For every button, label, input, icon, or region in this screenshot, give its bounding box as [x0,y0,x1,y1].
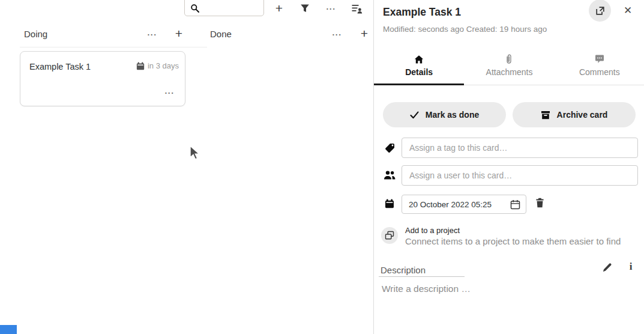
doing-column-separator [20,47,207,47]
panel-meta: Modified: seconds ago Created: 19 hours … [383,25,547,34]
info-icon: i [630,261,633,272]
assign-tag-input[interactable] [402,138,638,158]
doing-add-card-button[interactable]: + [172,27,185,40]
filter-funnel-icon [300,4,310,13]
close-icon: ✕ [624,4,632,17]
assign-user-input[interactable] [402,165,638,186]
archive-icon [541,111,550,120]
tab-label: Comments [579,67,620,77]
archive-card-label: Archive card [557,110,608,120]
card-menu-button[interactable]: ••• [162,88,178,97]
panel-tabs: Details Attachments Comments [374,49,644,85]
column-title-doing: Doing [24,29,47,39]
mark-as-done-label: Mark as done [426,110,479,120]
done-add-card-button[interactable]: + [358,27,371,40]
accent-block [0,325,17,334]
archive-card-button[interactable]: Archive card [513,102,636,127]
edit-description-button[interactable] [602,263,612,273]
task-details-panel: Example Task 1 Modified: seconds ago Cre… [373,0,644,334]
more-icon: ••• [148,32,157,37]
filter-button[interactable] [299,3,311,14]
open-calendar-icon[interactable] [510,199,520,210]
due-label: in 3 days [148,61,179,70]
comment-icon [595,54,604,64]
add-to-project-subtitle: Connect items to a project to make them … [405,236,621,246]
task-card[interactable]: Example Task 1 in 3 days ••• [20,51,185,106]
more-icon: ••• [333,32,342,37]
description-info-button[interactable]: i [625,261,637,273]
check-icon [410,111,419,119]
remove-date-button[interactable] [535,198,545,208]
calendar-icon [136,62,145,70]
due-date-icon [385,199,394,208]
tab-label: Details [405,67,433,77]
doing-column-menu-button[interactable]: ••• [145,30,160,38]
tab-comments[interactable]: Comments [555,49,644,85]
due-date-value: 20 October 2022 05:25 [409,200,492,209]
open-in-window-icon [595,6,605,16]
more-icon: ••• [327,6,336,11]
task-card-due: in 3 days [136,61,179,70]
home-icon [414,54,424,64]
tab-details[interactable]: Details [374,49,464,85]
column-title-done: Done [210,29,232,39]
task-card-title: Example Task 1 [29,62,91,71]
plus-icon: + [361,28,368,40]
due-date-field[interactable]: 20 October 2022 05:25 [402,195,526,214]
users-icon [384,170,396,180]
close-panel-button[interactable]: ✕ [620,2,636,18]
add-to-project-title: Add to a project [405,226,460,235]
popout-button[interactable] [589,0,611,22]
search-icon [190,4,200,13]
search-box[interactable] [184,0,264,16]
panel-title: Example Task 1 [383,6,461,19]
search-input[interactable] [203,2,260,14]
project-stack-icon [385,231,394,240]
done-column-menu-button[interactable]: ••• [330,30,345,38]
card-actions: Mark as done Archive card [383,102,636,127]
add-card-button[interactable]: + [272,2,286,15]
description-underline [379,276,465,277]
plus-icon: + [175,28,182,40]
tab-attachments[interactable]: Attachments [464,49,554,85]
add-to-project-button[interactable] [381,227,398,244]
kanban-app-window: + ••• Doing ••• + Example Task 1 [0,0,644,334]
mouse-cursor [188,145,201,162]
plus-icon: + [275,2,283,14]
paperclip-icon [505,54,513,64]
list-assignee-icon [352,4,363,14]
board-menu-button[interactable]: ••• [324,4,339,13]
tag-icon [385,142,396,153]
more-icon: ••• [165,90,175,96]
description-placeholder[interactable]: Write a description … [382,284,471,294]
board-view-toggle-button[interactable] [351,2,364,14]
description-label: Description [381,265,426,275]
tab-label: Attachments [486,67,533,77]
mark-as-done-button[interactable]: Mark as done [383,102,506,127]
